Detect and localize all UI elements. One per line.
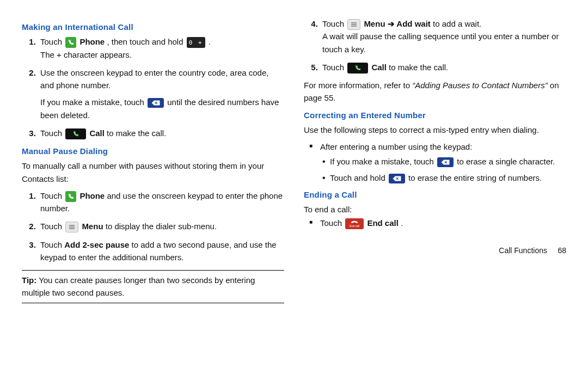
corr-sub-2: Touch and hold to erase the entire strin… — [330, 171, 566, 184]
right-column: Touch Menu ➔ Add wait to add a wait. A w… — [304, 16, 566, 303]
end-intro: To end a call: — [304, 203, 566, 216]
menu-icon — [65, 222, 78, 232]
call-label: Call — [371, 63, 387, 72]
footer-page: 68 — [558, 246, 566, 255]
wait-note: A wait will pause the calling sequence u… — [322, 30, 566, 56]
text: to make the call. — [107, 128, 166, 138]
backspace-icon — [437, 157, 454, 167]
mpd-intro: To manually call a number with pauses wi… — [22, 160, 284, 185]
two-column-layout: Making an International Call Touch Phone… — [22, 16, 566, 303]
text: Touch — [40, 128, 64, 138]
mpd-steps-continued: Touch Menu ➔ Add wait to add a wait. A w… — [304, 17, 566, 74]
text: to make the call. — [389, 63, 448, 72]
backspace-icon — [148, 98, 164, 108]
text: After entering a number using the keypad… — [320, 142, 472, 151]
heading-correcting-number: Correcting an Entered Number — [304, 109, 566, 121]
mpd-steps-list: Touch Phone and use the onscreen keypad … — [22, 189, 284, 264]
tip-text: You can create pauses longer than two se… — [22, 275, 255, 297]
end-item: Touch End call End call . — [320, 217, 566, 229]
page-footer: Call Functions 68 — [304, 245, 566, 257]
phone-app-icon — [65, 37, 76, 48]
menu-icon — [347, 19, 360, 30]
arrow: ➔ — [388, 19, 397, 28]
left-column: Making an International Call Touch Phone… — [22, 16, 284, 303]
mistake-note: If you make a mistake, touch until the d… — [40, 96, 284, 121]
text: , then touch and hold — [107, 37, 185, 46]
mpd-step-5: Touch Call to make the call. — [320, 61, 566, 74]
corr-sublist: If you make a mistake, touch to erase a … — [320, 155, 566, 184]
text: to add a wait. — [433, 19, 481, 28]
zero-key-icon: 0 + — [187, 37, 205, 48]
text: and use the onscreen keypad to enter the… — [40, 191, 283, 213]
corr-sub-1: If you make a mistake, touch to erase a … — [330, 155, 566, 168]
text: . — [209, 37, 211, 46]
text: Touch — [322, 19, 346, 28]
corr-list: After entering a number using the keypad… — [304, 140, 566, 184]
text: Touch — [40, 222, 64, 231]
menu-label: Menu — [82, 222, 103, 231]
text: Use the onscreen keypad to enter the cou… — [40, 68, 268, 90]
footer-section: Call Functions — [499, 246, 547, 255]
text: Touch — [40, 37, 64, 46]
call-label: Call — [89, 128, 105, 138]
add-wait-label: Add wait — [396, 19, 431, 28]
phone-label: Phone — [79, 37, 105, 46]
text: If you make a mistake, touch — [40, 97, 146, 107]
add-pause-label: Add 2-sec pause — [64, 240, 129, 249]
text: Touch — [320, 218, 344, 228]
intl-step-1: Touch Phone , then touch and hold 0 + . … — [38, 35, 284, 61]
text: Touch and hold — [330, 173, 388, 182]
menu-label: Menu — [364, 19, 385, 28]
text: The + character appears. — [40, 48, 284, 61]
intl-step-3: Touch Call to make the call. — [38, 127, 284, 139]
end-call-label: End call — [367, 218, 399, 228]
text: to erase a single character. — [457, 157, 555, 166]
text: Touch — [40, 240, 64, 249]
text: Touch — [322, 63, 346, 72]
heading-ending-call: Ending a Call — [304, 188, 566, 201]
text: . — [401, 218, 403, 228]
heading-manual-pause: Manual Pause Dialing — [22, 145, 284, 157]
tip-box: Tip: You can create pauses longer than t… — [22, 270, 284, 303]
text: If you make a mistake, touch — [330, 157, 436, 166]
intl-steps-list: Touch Phone , then touch and hold 0 + . … — [22, 35, 284, 139]
phone-label: Phone — [79, 191, 105, 200]
tip-label: Tip: — [22, 275, 36, 285]
end-call-icon: End call — [345, 218, 364, 229]
cross-reference: For more information, refer to “Adding P… — [304, 79, 566, 105]
intl-step-2: Use the onscreen keypad to enter the cou… — [38, 66, 284, 121]
corr-intro: Use the following steps to correct a mis… — [304, 124, 566, 136]
text: to display the dialer sub-menu. — [106, 222, 217, 231]
mpd-step-4: Touch Menu ➔ Add wait to add a wait. A w… — [320, 17, 566, 56]
end-list: Touch End call End call . — [304, 217, 566, 229]
phone-app-icon — [65, 191, 76, 202]
heading-international-call: Making an International Call — [22, 21, 284, 33]
mpd-step-1: Touch Phone and use the onscreen keypad … — [38, 189, 284, 215]
backspace-icon — [389, 174, 405, 183]
text: to erase the entire string of numbers. — [408, 173, 542, 182]
call-button-icon — [347, 63, 368, 74]
ref-title: “Adding Pauses to Contact Numbers” — [412, 81, 547, 90]
mpd-step-2: Touch Menu to display the dialer sub-men… — [38, 220, 284, 232]
mpd-step-3: Touch Add 2-sec pause to add a two secon… — [38, 238, 284, 264]
corr-item: After entering a number using the keypad… — [320, 140, 566, 184]
text: Touch — [40, 191, 64, 200]
text: For more information, refer to — [304, 81, 412, 90]
call-button-icon — [65, 128, 86, 139]
